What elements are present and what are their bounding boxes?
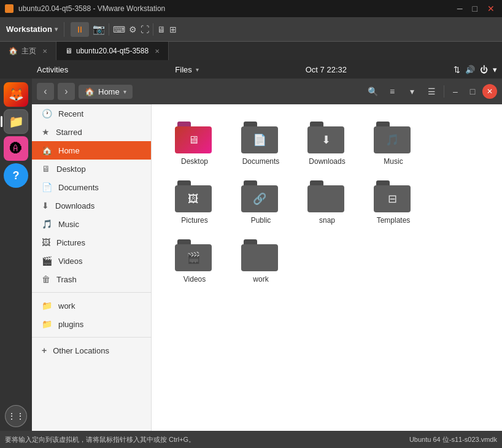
files-app: ‹ › 🏠 Home ▾ 🔍 ≡ ▾ ☰ – □ ✕ 🕐 Recent [32,79,502,431]
files-toolbar: ‹ › 🏠 Home ▾ 🔍 ≡ ▾ ☰ – □ ✕ [32,79,502,104]
starred-icon: ★ [42,127,50,137]
vm-disk-info: Ubuntu 64 位-s11-s023.vmdk [409,435,497,444]
sidebar-item-home[interactable]: 🏠 Home [32,141,151,160]
brand-arrow-icon: ▾ [55,26,58,33]
videos-folder-label: Videos [183,275,206,284]
folder-public[interactable]: 🔗 Public [230,176,292,230]
home-location-icon: 🏠 [85,87,95,96]
pictures-folder-label: Pictures [181,216,207,225]
other-locations-sidebar-label: Other Locations [53,346,109,355]
sidebar-item-recent[interactable]: 🕐 Recent [32,104,151,123]
documents-folder-label: Documents [242,157,280,166]
recent-label: Recent [58,109,83,118]
tab-vm[interactable]: 🖥 ubuntu20.04-qt5-3588 ✕ [56,42,169,60]
sidebar-item-downloads[interactable]: ⬇ Downloads [32,196,151,215]
home-tab-close-icon[interactable]: ✕ [42,48,47,55]
folder-videos[interactable]: 🎬 Videos [164,234,225,288]
close-button[interactable]: ✕ [485,4,497,14]
sidebar-item-starred[interactable]: ★ Starred [32,123,151,141]
files-menu-item[interactable]: Files [175,65,191,74]
back-button[interactable]: ‹ [37,83,54,100]
folder-music[interactable]: 🎵 Music [363,117,424,171]
forward-button[interactable]: › [58,83,75,100]
volume-icon[interactable]: 🔊 [465,65,475,74]
starred-label: Starred [56,128,82,137]
trash-sidebar-icon: 🗑 [42,274,50,284]
sidebar-item-other-locations[interactable]: + Other Locations [32,341,151,360]
vm-icon [5,4,14,13]
status-message: 要将输入定向到该虚拟机，请将鼠标指针移入其中或按 Ctrl+G。 [5,435,195,444]
sidebar-item-work[interactable]: 📁 work [32,296,151,315]
music-sidebar-icon: 🎵 [42,219,52,229]
desktop-folder-label: Desktop [181,157,208,166]
home-tab-icon: 🏠 [9,47,18,55]
other-locations-sidebar-icon: + [42,346,47,355]
dock-item-software-center[interactable]: 🅐 [4,136,28,161]
sidebar-item-pictures[interactable]: 🖼 Pictures [32,233,151,252]
pictures-sidebar-label: Pictures [56,238,85,247]
vmware-toolbar: Workstation ▾ ⏸ 📷 ⌨ ⚙ ⛶ 🖥 ⊞ [0,17,502,42]
dock-item-firefox[interactable]: 🦊 [4,82,28,107]
sidebar-item-videos[interactable]: 🎬 Videos [32,252,151,270]
fullscreen-button[interactable]: ⛶ [141,25,149,34]
topbar-menu-icon[interactable]: ▾ [493,65,497,74]
dock-item-help[interactable]: ? [4,163,28,188]
window-title: ubuntu20.04-qt5-3588 - VMware Workstatio… [18,4,450,13]
window-maximize-button[interactable]: □ [465,84,480,99]
dock-apps-button[interactable]: ⋮⋮ [5,405,27,427]
ubuntu-topbar: Activities Files ▾ Oct 7 22:32 ⇅ 🔊 ⏻ ▾ [0,60,502,79]
public-folder-label: Public [251,216,271,225]
window-minimize-button[interactable]: – [448,84,463,99]
home-tab-label: 主页 [21,46,36,56]
tab-home[interactable]: 🏠 主页 ✕ [0,42,56,60]
dock-item-files[interactable]: 📁 [4,109,28,134]
music-sidebar-label: Music [58,220,79,229]
sidebar-item-trash[interactable]: 🗑 Trash [32,270,151,288]
folder-work[interactable]: work [230,234,292,288]
music-folder-label: Music [384,157,403,166]
work-folder-label: work [253,275,268,284]
sidebar-item-music[interactable]: 🎵 Music [32,215,151,233]
window-close-button[interactable]: ✕ [482,84,497,99]
datetime-display: Oct 7 22:32 [306,65,347,74]
vmware-brand[interactable]: Workstation ▾ [6,25,58,34]
folder-downloads[interactable]: ⬇ Downloads [296,117,358,171]
files-sidebar: 🕐 Recent ★ Starred 🏠 Home 🖥 Desktop 📄 Do [32,104,152,431]
sidebar-item-plugins[interactable]: 📁 plugins [32,315,151,333]
minimize-button[interactable]: – [455,3,465,14]
recent-icon: 🕐 [42,109,52,118]
unity-button[interactable]: ⊞ [169,25,177,34]
folder-snap[interactable]: snap [296,176,358,230]
view-button[interactable]: 🖥 [157,25,166,34]
ubuntu-dock: 🦊 📁 🅐 ? ⋮⋮ [0,79,32,431]
brand-label: Workstation [6,25,52,34]
folder-documents[interactable]: 📄 Documents [230,117,292,171]
vm-settings-button[interactable]: ⚙ [129,25,137,34]
power-icon[interactable]: ⏻ [480,65,488,74]
menu-button[interactable]: ☰ [423,83,440,100]
sidebar-item-desktop[interactable]: 🖥 Desktop [32,160,151,178]
snapshot-button[interactable]: 📷 [93,23,105,35]
search-button[interactable]: 🔍 [364,83,381,100]
vm-tab-label: ubuntu20.04-qt5-3588 [76,47,149,55]
sort-button[interactable]: ▾ [403,83,420,100]
documents-sidebar-label: Documents [58,183,99,192]
work-sidebar-label: work [58,301,75,311]
folder-pictures[interactable]: 🖼 Pictures [164,176,225,230]
send-ctrl-alt-del-button[interactable]: ⌨ [113,25,125,34]
location-bar[interactable]: 🏠 Home ▾ [79,85,133,99]
folder-templates[interactable]: ⊟ Templates [363,176,424,230]
network-icon[interactable]: ⇅ [454,65,460,74]
pause-button[interactable]: ⏸ [71,22,89,37]
view-toggle-button[interactable]: ≡ [384,83,401,100]
folder-desktop[interactable]: 🖥 Desktop [164,117,225,171]
activities-label[interactable]: Activities [37,65,68,74]
plugins-sidebar-label: plugins [58,320,83,329]
templates-folder-label: Templates [377,216,411,225]
desktop-sidebar-label: Desktop [56,164,86,174]
maximize-button[interactable]: □ [470,4,480,14]
file-grid: 🖥 Desktop 📄 Documents [152,104,502,431]
vm-tab-close-icon[interactable]: ✕ [155,48,160,55]
downloads-sidebar-icon: ⬇ [42,201,49,210]
sidebar-item-documents[interactable]: 📄 Documents [32,178,151,196]
